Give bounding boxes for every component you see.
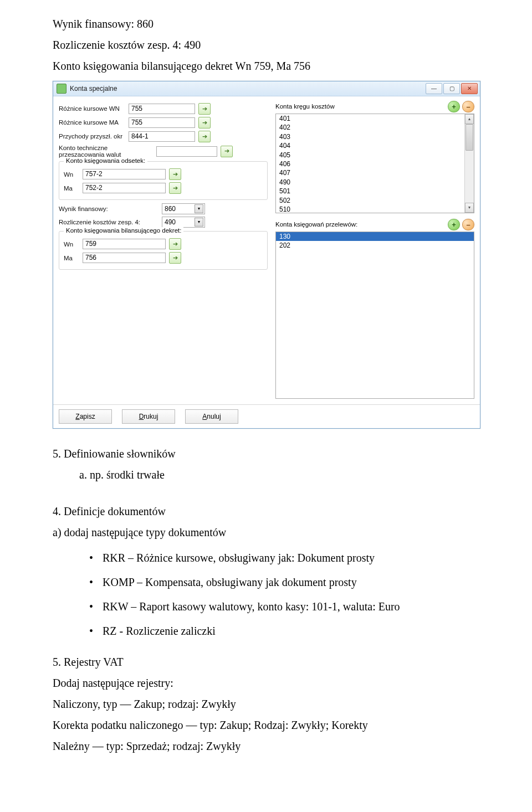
lookup-odsetek-ma[interactable]: ➔	[169, 182, 181, 194]
combo-wynik-value: 860	[165, 205, 176, 213]
combo-rozl-koszt[interactable]: 490 ▾	[162, 217, 205, 228]
remove-przelewy-button[interactable]: –	[462, 219, 474, 230]
rejestr-3: Należny — typ: Sprzedaż; rodzaj: Zwykły	[53, 736, 482, 757]
list-item: RKR – Różnice kursowe, obsługiwany jak: …	[103, 547, 482, 568]
add-przelewy-button[interactable]: +	[448, 219, 460, 230]
list-item[interactable]: 502	[276, 196, 474, 205]
app-window: Konta specjalne — ▢ ✕ Różnice kursowe WN…	[53, 81, 480, 429]
bottom-bar: Zapisz Drukuj Anuluj	[53, 404, 480, 428]
app-icon	[57, 84, 66, 94]
maximize-button[interactable]: ▢	[443, 83, 460, 94]
list-item[interactable]: 404	[276, 141, 474, 150]
rejestr-1: Naliczony, typ — Zakup; rodzaj: Zwykły	[53, 693, 482, 715]
btn-prefix: Z	[75, 413, 79, 420]
list-item: KOMP – Kompensata, obsługiwany jak dokum…	[103, 572, 482, 593]
input-bilans-wn[interactable]: 759	[83, 239, 166, 249]
input-odsetek-wn[interactable]: 757-2	[83, 169, 166, 179]
rejestr-2: Korekta podatku naliczonego — typ: Zakup…	[53, 715, 482, 736]
sec5-item-a: a. np. środki trwałe	[53, 464, 482, 485]
btn-prefix: A	[202, 413, 207, 420]
label-konta-kregu: Konta kręgu kosztów	[275, 103, 335, 111]
list-item[interactable]: 401	[276, 114, 474, 123]
input-odsetek-ma[interactable]: 752-2	[83, 183, 166, 193]
zapisz-button[interactable]: Zapisz	[59, 409, 112, 424]
label-odsetek-ma: Ma	[64, 185, 79, 192]
line-konto-bilans: Konto księgowania bilansującego dekret W…	[53, 55, 482, 76]
lookup-odsetek-wn[interactable]: ➔	[169, 168, 181, 180]
list-item[interactable]: 510	[276, 205, 474, 213]
sec5b-title: 5. Rejestry VAT	[53, 651, 482, 672]
add-kregu-button[interactable]: +	[448, 101, 460, 112]
titlebar: Konta specjalne — ▢ ✕	[53, 81, 480, 96]
label-roznice-ma: Różnice kursowe MA	[59, 119, 125, 126]
btn-prefix: D	[139, 413, 144, 420]
input-konto-tech[interactable]	[156, 146, 217, 157]
list-item[interactable]: 406	[276, 160, 474, 168]
combo-wynik[interactable]: 860 ▾	[162, 203, 205, 214]
lookup-bilans-wn[interactable]: ➔	[169, 238, 181, 250]
legend-odsetek: Konto księgowania odsetek:	[64, 157, 147, 165]
sec4-intro: a) dodaj następujące typy dokumentów	[53, 522, 482, 543]
lookup-bilans-ma[interactable]: ➔	[169, 252, 181, 264]
window-title: Konta specjalne	[70, 85, 426, 92]
label-przychody: Przychody przyszł. okr	[59, 133, 125, 140]
sec5-title: 5. Definiowanie słowników	[53, 443, 482, 464]
list-item[interactable]: 405	[276, 151, 474, 160]
scroll-down-button[interactable]: ▾	[465, 203, 474, 213]
list-item: RKW – Raport kasowy walutowy, konto kasy…	[103, 596, 482, 617]
btn-rest: nuluj	[207, 413, 221, 420]
scroll-thumb[interactable]	[466, 124, 473, 151]
lookup-konto-tech[interactable]: ➔	[221, 146, 233, 157]
label-bilans-wn: Wn	[64, 241, 79, 248]
list-item[interactable]: 202	[276, 241, 474, 250]
input-roznice-wn[interactable]: 755	[129, 104, 195, 114]
group-odsetek: Konto księgowania odsetek: Wn 757-2 ➔ Ma…	[59, 161, 268, 200]
chevron-down-icon: ▾	[195, 218, 203, 227]
list-item[interactable]: 130	[276, 232, 474, 241]
list-item: RZ - Rozliczenie zaliczki	[103, 620, 482, 641]
label-bilans-ma: Ma	[64, 255, 79, 261]
legend-bilans: Konto księgowania bilansującego dekret:	[64, 227, 183, 235]
scrollbar[interactable]: ▴ ▾	[464, 114, 474, 213]
left-column: Różnice kursowe WN 755 ➔ Różnice kursowe…	[59, 101, 268, 399]
list-item[interactable]: 403	[276, 132, 474, 141]
list-item[interactable]: 501	[276, 187, 474, 196]
label-konta-przelewow: Konta księgowań przelewów:	[275, 221, 357, 229]
right-column: Konta kręgu kosztów + – 401 402 403 404 …	[275, 101, 474, 399]
input-roznice-ma[interactable]: 755	[129, 117, 195, 128]
list-przelewy[interactable]: 130 202	[275, 232, 474, 399]
sec5b-intro: Dodaj następujące rejestry:	[53, 672, 482, 693]
anuluj-button[interactable]: Anuluj	[185, 409, 238, 424]
list-konta-kregu[interactable]: 401 402 403 404 405 406 407 490 501 502 …	[275, 114, 474, 213]
label-odsetek-wn: Wn	[64, 171, 79, 178]
scroll-up-button[interactable]: ▴	[465, 114, 474, 124]
group-bilans: Konto księgowania bilansującego dekret: …	[59, 231, 268, 270]
drukuj-button[interactable]: Drukuj	[122, 409, 175, 424]
input-bilans-ma[interactable]: 756	[83, 253, 166, 263]
line-wynik: Wynik finansowy: 860	[53, 13, 482, 34]
close-button[interactable]: ✕	[461, 83, 478, 94]
btn-rest: apisz	[80, 413, 95, 420]
lookup-roznice-ma[interactable]: ➔	[198, 117, 211, 129]
label-wynik: Wynik finansowy:	[59, 205, 158, 212]
list-item[interactable]: 402	[276, 123, 474, 132]
label-konto-tech: Konto techniczne przeszacowania walut	[59, 145, 153, 158]
lookup-roznice-wn[interactable]: ➔	[198, 103, 211, 115]
chevron-down-icon: ▾	[195, 204, 203, 213]
minimize-button[interactable]: —	[426, 83, 442, 94]
label-rozl-koszt: Rozliczenie kosztów zesp. 4:	[59, 219, 158, 225]
lookup-przychody[interactable]: ➔	[198, 131, 211, 142]
remove-kregu-button[interactable]: –	[462, 101, 474, 112]
btn-rest: rukuj	[144, 413, 158, 420]
list-item[interactable]: 407	[276, 168, 474, 177]
label-roznice-wn: Różnice kursowe WN	[59, 105, 125, 112]
line-rozliczenie: Rozliczenie kosztów zesp. 4: 490	[53, 34, 482, 55]
combo-rozl-value: 490	[165, 218, 176, 226]
input-przychody[interactable]: 844-1	[129, 131, 195, 142]
bullet-list: RKR – Różnice kursowe, obsługiwany jak: …	[53, 547, 482, 641]
sec4-title: 4. Definicje dokumentów	[53, 501, 482, 522]
list-item[interactable]: 490	[276, 178, 474, 187]
